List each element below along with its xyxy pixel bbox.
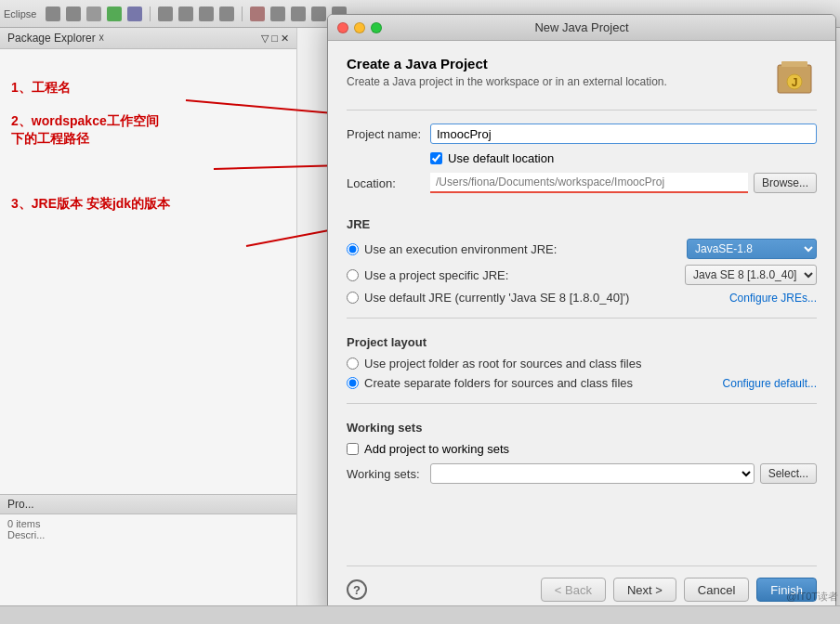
configure-default-link[interactable]: Configure default... [723, 377, 817, 390]
layout-option1-label: Use project folder as root for sources a… [364, 357, 817, 370]
watermark: @IT0T读者 [786, 590, 838, 604]
toolbar-icon[interactable] [199, 6, 214, 21]
cancel-button[interactable]: Cancel [684, 578, 749, 602]
dialog-icon: J [772, 56, 817, 100]
layout-option1-row: Use project folder as root for sources a… [347, 357, 817, 370]
project-name-input[interactable] [430, 124, 817, 144]
jre-option2-row: Use a project specific JRE: Java SE 8 [1… [347, 265, 817, 285]
bottom-panel-content: 0 items Descri... [0, 514, 296, 544]
ide-bottom-panel: Pro... 0 items Descri... [0, 494, 297, 605]
panel-controls: ▽ □ ✕ [261, 32, 289, 45]
working-sets-field-row: Working sets: Select... [347, 463, 817, 484]
jre-option2-radio[interactable] [347, 269, 359, 281]
description-label: Descri... [7, 529, 289, 540]
next-button[interactable]: Next > [613, 578, 676, 602]
project-layout-label: Project layout [347, 335, 817, 349]
dialog-title: New Java Project [534, 20, 628, 34]
toolbar-icon[interactable] [158, 6, 173, 21]
section-divider-2 [347, 403, 817, 404]
layout-option2-label: Create separate folders for sources and … [364, 376, 723, 390]
configure-jres-link[interactable]: Configure JREs... [729, 292, 817, 305]
dialog-header-section: Create a Java Project Create a Java proj… [347, 56, 817, 110]
toolbar-icon[interactable] [270, 6, 285, 21]
annotation-area: 1、工程名 2、wordspakce工作空间 下的工程路径 3、JRE版本 安装… [11, 79, 290, 213]
toolbar-icon[interactable] [311, 6, 326, 21]
add-to-working-sets-checkbox[interactable] [347, 443, 359, 455]
location-input[interactable] [430, 173, 748, 193]
jre-section-label: JRE [347, 217, 817, 231]
add-to-working-sets-label: Add project to working sets [364, 442, 509, 456]
working-sets-section: Working sets Add project to working sets… [347, 411, 817, 491]
back-button[interactable]: < Back [541, 578, 606, 602]
toolbar-icon[interactable] [178, 6, 193, 21]
working-sets-dropdown[interactable] [430, 463, 755, 484]
location-row: Location: Browse... [347, 173, 817, 193]
separator [242, 6, 243, 21]
dialog-footer: ? < Back Next > Cancel Finish [347, 566, 817, 602]
footer-left: ? [347, 579, 367, 600]
titlebar-buttons [337, 22, 382, 33]
project-layout-section: Project layout Use project folder as roo… [347, 326, 817, 396]
jre-section: JRE Use an execution environment JRE: Ja… [347, 208, 817, 310]
use-default-location-label: Use default location [448, 151, 554, 165]
location-label: Location: [347, 176, 430, 190]
dialog-section-subtitle: Create a Java project in the workspace o… [347, 75, 763, 88]
select-working-sets-button[interactable]: Select... [760, 463, 817, 484]
svg-rect-5 [781, 61, 807, 67]
add-to-working-sets-row: Add project to working sets [347, 442, 817, 456]
use-default-location-checkbox[interactable] [430, 152, 442, 164]
jre-option1-label: Use an execution environment JRE: [364, 242, 687, 256]
dialog-content: Create a Java Project Create a Java proj… [328, 41, 835, 617]
project-name-label: Project name: [347, 127, 430, 141]
working-sets-label: Working sets [347, 421, 817, 435]
layout-option2-row: Create separate folders for sources and … [347, 376, 817, 390]
annotation-2: 2、wordspakce工作空间 下的工程路径 [11, 112, 290, 149]
jre-option1-radio[interactable] [347, 243, 359, 255]
use-default-location-row: Use default location [430, 151, 817, 165]
toolbar-icon[interactable] [66, 6, 81, 21]
jre-env-dropdown[interactable]: JavaSE-1.8 [687, 239, 817, 259]
layout-option1-radio[interactable] [347, 358, 359, 370]
help-button[interactable]: ? [347, 579, 367, 600]
footer-right: < Back Next > Cancel Finish [541, 578, 817, 602]
annotation-3-text: 3、JRE版本 安装jdk的版本 [11, 196, 170, 211]
annotation-1-text: 1、工程名 [11, 80, 71, 95]
run-icon[interactable] [107, 6, 122, 21]
jre-option1-row: Use an execution environment JRE: JavaSE… [347, 239, 817, 259]
dialog-header-text: Create a Java Project Create a Java proj… [347, 56, 763, 88]
debug-icon[interactable] [127, 6, 142, 21]
close-button[interactable] [337, 22, 348, 33]
bottom-tab-1[interactable]: Pro... [7, 498, 34, 511]
ide-statusbar [0, 605, 840, 624]
toolbar-icon[interactable] [86, 6, 101, 21]
separator [150, 6, 151, 21]
annotation-1: 1、工程名 [11, 79, 290, 98]
jre-option3-row: Use default JRE (currently 'Java SE 8 [1… [347, 291, 817, 305]
dialog-section-title: Create a Java Project [347, 56, 763, 72]
dialog-titlebar: New Java Project [328, 15, 835, 41]
minimize-button[interactable] [354, 22, 365, 33]
svg-text:J: J [792, 76, 798, 89]
toolbar-icon[interactable] [250, 6, 265, 21]
annotation-2-text: 2、wordspakce工作空间 下的工程路径 [11, 113, 159, 147]
jre-option3-radio[interactable] [347, 292, 359, 304]
new-java-project-dialog: New Java Project Create a Java Project C… [327, 14, 836, 618]
toolbar-icon[interactable] [219, 6, 234, 21]
annotation-3: 3、JRE版本 安装jdk的版本 [11, 195, 290, 214]
section-divider-1 [347, 318, 817, 318]
ide-logo: Eclipse [4, 8, 36, 20]
jre-option3-label: Use default JRE (currently 'Java SE 8 [1… [364, 291, 729, 305]
browse-button[interactable]: Browse... [754, 173, 817, 193]
toolbar-icon[interactable] [46, 6, 60, 21]
items-count: 0 items [7, 518, 289, 529]
working-sets-field-label: Working sets: [347, 467, 430, 481]
layout-option2-radio[interactable] [347, 377, 359, 389]
toolbar-icon[interactable] [291, 6, 306, 21]
package-explorer-title: Package Explorer ☓ [7, 32, 104, 45]
package-explorer-header: Package Explorer ☓ ▽ □ ✕ [0, 28, 296, 49]
jre-specific-dropdown[interactable]: Java SE 8 [1.8.0_40] [685, 265, 817, 285]
project-name-row: Project name: [347, 124, 817, 144]
bottom-panel-header: Pro... [0, 495, 296, 514]
jre-option2-label: Use a project specific JRE: [364, 268, 685, 282]
maximize-button[interactable] [371, 22, 382, 33]
